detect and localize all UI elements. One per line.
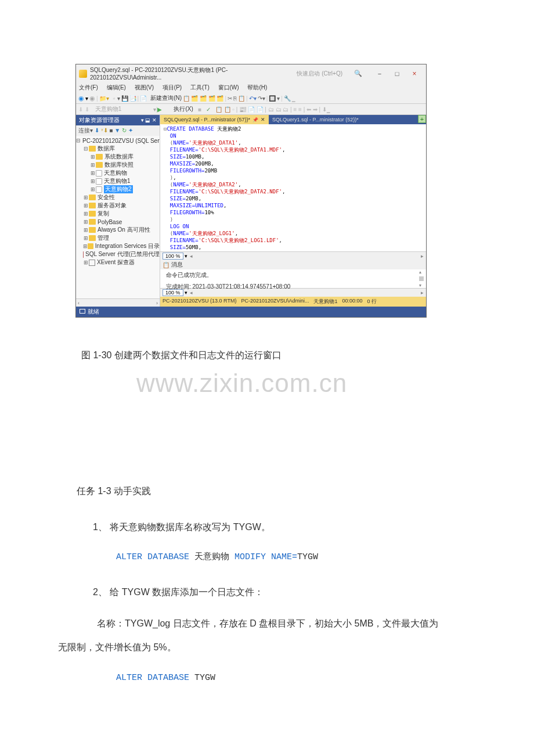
search-icon[interactable]: 🔍 <box>354 70 362 77</box>
tree-tygw2[interactable]: ⊞天意购物2 <box>76 185 160 193</box>
window-title: SQLQuery2.sql - PC-20210120ZVSU.天意购物1 (P… <box>90 66 297 81</box>
tree-polybase[interactable]: ⊞PolyBase <box>76 218 160 226</box>
code-block-2: ALTER DATABASE TYGW <box>116 667 476 689</box>
tb-icon[interactable]: 🔧 <box>284 95 291 102</box>
tree-replication[interactable]: ⊞复制 <box>76 210 160 218</box>
para-2b: 无限制，文件增长值为 5%。 <box>58 635 476 660</box>
menu-file[interactable]: 文件(F) <box>79 84 98 91</box>
oe-scrollbar[interactable]: ‹› <box>76 298 160 307</box>
tb2-icon[interactable]: 📋 📋 ▫ | 📰 📄 📄 | 🗂 🗂 🗂 | ≡ ≡ | ⬅ ➡ | ⬇ <box>215 106 327 113</box>
separator: | <box>281 95 283 102</box>
status-rows: 0 行 <box>367 298 377 305</box>
tree-xevent[interactable]: ⊞XEvent 探查器 <box>76 258 160 267</box>
copy-icon[interactable]: ⎘ <box>233 95 237 102</box>
newquery-icon[interactable]: 📄 <box>140 95 147 102</box>
tree-alwayson[interactable]: ⊞Always On 高可用性 <box>76 226 160 234</box>
sep: ▾ <box>85 95 88 102</box>
tree-mgmt[interactable]: ⊞管理 <box>76 234 160 242</box>
oe-title: 对象资源管理器 <box>79 116 141 124</box>
nav-forward-icon[interactable]: ◉ <box>89 95 95 102</box>
messages-panel: 命令已成功完成。 完成时间: 2021-03-30T21:08:14.97455… <box>160 269 426 288</box>
new-icon[interactable]: ▫️▾ <box>110 95 120 102</box>
ssms-window: SQLQuery2.sql - PC-20210120ZVSU.天意购物1 (P… <box>75 64 427 318</box>
menu-tools[interactable]: 工具(T) <box>190 84 210 91</box>
quick-launch-input[interactable]: 快速启动 (Ctrl+Q) <box>297 70 342 78</box>
zoom-select[interactable]: 100 % <box>163 253 183 260</box>
tree-security[interactable]: ⊞安全性 <box>76 193 160 201</box>
message-time: 完成时间: 2021-03-30T21:08:14.9745571+08:00 <box>166 283 420 291</box>
tb-icon[interactable]: 🗂️ 🗂️ 🗂️ 🗂️ <box>191 95 223 102</box>
document-content: 任务 1-3 动手实践 1、 将天意购物数据库名称改写为 TYGW。 ALTER… <box>58 479 476 689</box>
app-icon <box>79 70 87 78</box>
para-2a: 名称：TYGW_log 日志文件，存放在 D 盘根目录下，初始大小 5MB，文件… <box>78 611 476 636</box>
separator: | <box>225 95 226 102</box>
status-user: PC-20210120ZVSU\Admini... <box>241 298 309 305</box>
scroll-left[interactable]: ◂ <box>190 253 193 259</box>
task-title: 任务 1-3 动手实践 <box>58 479 476 503</box>
tb-icon[interactable]: 🔲 <box>269 95 276 102</box>
tree-dbsnap[interactable]: ⊞数据库快照 <box>76 161 160 169</box>
save-icon[interactable]: 💾 <box>121 95 128 102</box>
sql-editor[interactable]: ⊟CREATE DATABASE 天意购物2 ON (NAME='天意购物2_D… <box>160 124 426 251</box>
oe-icon[interactable]: ▼ <box>114 127 120 134</box>
tree-databases[interactable]: ⊟数据库 <box>76 145 160 153</box>
menu-view[interactable]: 视图(V) <box>135 84 154 91</box>
tree-agent[interactable]: SQL Server 代理(已禁用代理 <box>76 250 160 258</box>
cut-icon[interactable]: ✂ <box>228 95 232 102</box>
database-select[interactable]: 天意购物1 <box>95 105 153 113</box>
messages-tab[interactable]: 📋消息 <box>160 260 426 269</box>
execute-icon[interactable]: ▶ <box>157 106 162 113</box>
sql-toolbar: ⬇ ⬇ 天意购物1 ▾ | ▶ 执行(X) ■ ✓ 📋 📋 ▫ | 📰 📄 📄 … <box>76 104 426 115</box>
maximize-button[interactable]: □ <box>388 70 406 77</box>
connect-button[interactable]: 连接 <box>78 127 90 134</box>
refresh-icon[interactable]: ↻ <box>122 127 127 134</box>
msg-scrollbar[interactable]: ▴▾ <box>419 269 425 288</box>
newquery-button[interactable]: 新建查询(N) <box>150 94 182 102</box>
redo-icon[interactable]: ↷▾ <box>258 95 265 102</box>
oe-icon[interactable]: ✦ <box>128 127 133 134</box>
tree-sysdb[interactable]: ⊞系统数据库 <box>76 153 160 161</box>
tree-integration[interactable]: ⊞Integration Services 目录 <box>76 242 160 250</box>
oe-icon[interactable]: ᵞ⬇ <box>101 127 108 134</box>
scroll-right[interactable]: ▸ <box>421 253 424 259</box>
menu-help[interactable]: 帮助(H) <box>247 84 267 91</box>
undo-icon[interactable]: ↶▾ <box>249 95 257 102</box>
stop-icon: ■ <box>198 106 201 113</box>
oe-icon[interactable]: ■ <box>109 127 113 134</box>
menu-window[interactable]: 窗口(W) <box>218 84 239 91</box>
status-elapsed: 00:00:00 <box>342 298 362 305</box>
menu-project[interactable]: 项目(P) <box>163 84 182 91</box>
tree-server[interactable]: ⊟PC-20210120ZVSU (SQL Server <box>76 136 160 145</box>
menu-edit[interactable]: 编辑(E) <box>107 84 126 91</box>
parse-icon[interactable]: ✓ <box>206 106 211 113</box>
code-block-1: ALTER DATABASE 天意购物 MODIFY NAME=TYGW <box>116 546 476 568</box>
tree-tygw[interactable]: ⊞天意购物 <box>76 169 160 177</box>
tab-add[interactable]: + <box>418 115 426 123</box>
oe-header-buttons[interactable]: ▾ ⬓ ✕ <box>141 117 157 123</box>
saveall-icon[interactable]: 📑 <box>129 95 136 102</box>
close-button[interactable]: × <box>406 70 423 78</box>
nav-back-icon[interactable]: ◉ <box>78 95 84 102</box>
tb-end: ‗ <box>292 95 295 102</box>
open-icon[interactable]: 📁▾ <box>99 95 109 102</box>
tab-active[interactable]: SQLQuery2.sql - P...ministrator (57))*📌✕ <box>160 115 269 124</box>
paste-icon[interactable]: 📋 <box>238 95 245 102</box>
editor-panel: SQLQuery2.sql - P...ministrator (57))*📌✕… <box>160 115 426 307</box>
tb-icon[interactable]: 📋 <box>183 95 190 102</box>
main-toolbar: ◉ ▾ ◉ | 📁▾ ▫️▾ 💾 📑 | 📄 新建查询(N) 📋 🗂️ 🗂️ 🗂… <box>76 93 426 104</box>
object-tree[interactable]: ⊟PC-20210120ZVSU (SQL Server ⊟数据库 ⊞系统数据库… <box>76 136 160 298</box>
minimize-button[interactable]: − <box>371 70 388 77</box>
query-status-bar: PC-20210120ZVSU (13.0 RTM) PC-20210120ZV… <box>160 297 426 307</box>
tab-strip: SQLQuery2.sql - P...ministrator (57))*📌✕… <box>160 115 426 124</box>
tab-inactive[interactable]: SQLQuery1.sql - P...ministrator (52))* <box>269 115 362 124</box>
titlebar: SQLQuery2.sql - PC-20210120ZVSU.天意购物1 (P… <box>76 64 426 82</box>
separator: | <box>246 95 248 102</box>
tree-serverobj[interactable]: ⊞服务器对象 <box>76 201 160 210</box>
oe-icon[interactable]: ⬇ <box>95 127 99 134</box>
execute-button[interactable]: 执行(X) <box>174 105 193 113</box>
tree-tygw1[interactable]: ⊞天意购物1 <box>76 177 160 185</box>
step-1: 1、 将天意购物数据库名称改写为 TYGW。 <box>93 515 476 539</box>
object-explorer-panel: 对象资源管理器 ▾ ⬓ ✕ 连接▾ ⬇ ᵞ⬇ ■ ▼ ↻ ✦ ⊟PC-20210… <box>76 115 160 307</box>
tb-dropdown[interactable]: ▾ <box>277 95 280 102</box>
tb2-end: ‗ <box>327 106 330 113</box>
